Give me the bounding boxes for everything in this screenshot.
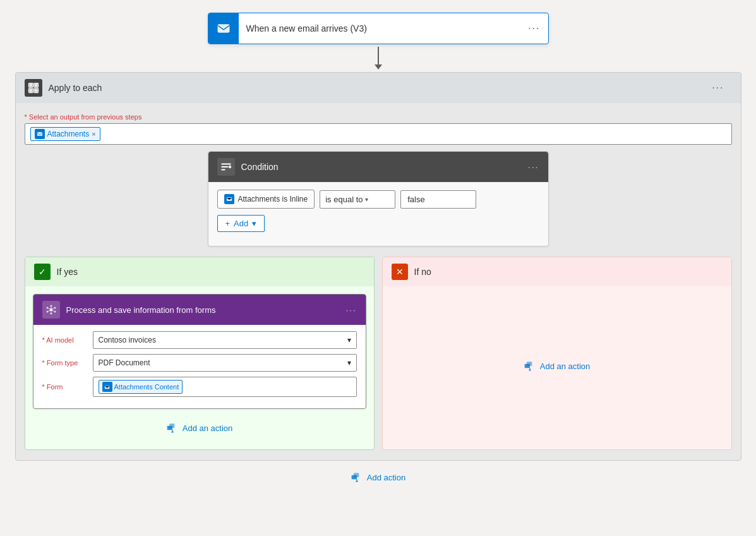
- ai-model-row: * AI model Contoso invoices ▾: [42, 331, 357, 349]
- svg-point-15: [54, 311, 56, 313]
- add-action-yes-button[interactable]: Add an action: [25, 417, 374, 439]
- add-condition-row: + Add ▾: [217, 215, 539, 232]
- process-icon: [42, 301, 60, 319]
- operator-label: is equal to: [325, 195, 363, 204]
- branch-no: ✕ If no: [382, 257, 732, 450]
- branch-yes: ✓ If yes: [25, 257, 375, 450]
- form-type-value: PDF Document: [99, 358, 150, 367]
- process-title: Process and save information from forms: [66, 305, 346, 315]
- select-output-area: * Select an output from previous steps A…: [16, 111, 741, 151]
- form-type-row: * Form type PDF Document ▾: [42, 354, 357, 372]
- condition-field-icon: [224, 194, 234, 204]
- attachments-tag[interactable]: Attachments ×: [30, 127, 100, 141]
- ai-model-value: Contoso invoices: [99, 336, 156, 344]
- loop-icon: [27, 82, 40, 94]
- arrow-connector: [375, 47, 382, 70]
- add-action-bottom-label: Add action: [367, 473, 405, 482]
- add-action-yes-label: Add an action: [183, 423, 233, 433]
- add-action-no-label: Add an action: [540, 362, 591, 371]
- branches-row: ✓ If yes: [16, 252, 741, 450]
- svg-rect-0: [217, 25, 229, 33]
- apply-each-icon: [25, 79, 42, 97]
- condition-field[interactable]: Attachments is Inline: [217, 190, 315, 209]
- ai-model-chevron: ▾: [347, 336, 351, 344]
- condition-wrapper: Condition ··· Attachments is Inl: [16, 151, 741, 247]
- condition-icon: [217, 158, 235, 176]
- apply-each-header: Apply to each ···: [16, 73, 741, 103]
- add-action-bottom-button[interactable]: Add action: [351, 471, 405, 484]
- form-type-label: * Form type: [42, 359, 93, 367]
- condition-title: Condition: [241, 162, 528, 172]
- form-row: * Form Attachments Conte: [42, 377, 357, 397]
- process-body: * AI model Contoso invoices ▾ * Form typ…: [33, 325, 366, 408]
- svg-point-7: [228, 166, 231, 169]
- branch-yes-icon: ✓: [34, 264, 51, 280]
- condition-more-button[interactable]: ···: [528, 162, 539, 172]
- svg-line-20: [48, 310, 49, 311]
- ai-model-label: * AI model: [42, 336, 93, 344]
- process-more-button[interactable]: ···: [346, 305, 357, 315]
- svg-point-12: [46, 307, 48, 309]
- tag-close-button[interactable]: ×: [92, 130, 95, 138]
- svg-line-19: [52, 310, 53, 311]
- tag-label: Attachments: [47, 130, 90, 138]
- email-icon: [217, 21, 231, 35]
- trigger-title: When a new email arrives (V3): [239, 23, 521, 34]
- svg-point-11: [50, 313, 52, 315]
- branch-no-title: If no: [414, 267, 431, 277]
- condition-body: Attachments is Inline is equal to ▾ fals…: [208, 182, 548, 246]
- svg-point-13: [54, 307, 56, 309]
- add-action-no-button[interactable]: Add an action: [524, 355, 591, 377]
- branch-no-header: ✕ If no: [383, 257, 731, 286]
- svg-rect-24: [169, 423, 174, 428]
- svg-rect-28: [527, 362, 532, 366]
- plus-icon: +: [225, 219, 231, 228]
- process-card: Process and save information from forms …: [33, 294, 366, 409]
- form-tag-icon: [102, 382, 112, 392]
- condition-card: Condition ··· Attachments is Inl: [208, 151, 549, 247]
- form-type-chevron: ▾: [347, 358, 351, 367]
- trigger-icon: [208, 13, 239, 44]
- form-tag-label: Attachments Content: [114, 383, 179, 391]
- form-label: * Form: [42, 383, 93, 391]
- branch-no-icon: ✕: [392, 264, 408, 280]
- apply-each-more-button[interactable]: ···: [704, 82, 731, 94]
- ai-model-select[interactable]: Contoso invoices ▾: [93, 331, 357, 349]
- add-action-bottom-icon: [351, 471, 363, 484]
- condition-header: Condition ···: [208, 152, 548, 182]
- trigger-more-button[interactable]: ···: [520, 23, 548, 34]
- apply-each-title: Apply to each: [49, 83, 705, 93]
- condition-value-input[interactable]: false: [400, 190, 476, 209]
- branch-yes-header: ✓ If yes: [25, 257, 374, 286]
- trigger-card: When a new email arrives (V3) ···: [208, 13, 549, 44]
- select-output-label: * Select an output from previous steps: [25, 113, 732, 121]
- svg-point-10: [50, 305, 52, 307]
- tag-outlook-icon: [35, 129, 45, 139]
- condition-row: Attachments is Inline is equal to ▾ fals…: [217, 190, 539, 209]
- apply-each-container: Apply to each ··· * Select an output fro…: [15, 72, 741, 461]
- attachments-content-tag[interactable]: Attachments Content: [99, 380, 183, 394]
- svg-point-14: [46, 311, 48, 313]
- svg-line-18: [48, 308, 49, 309]
- process-header: Process and save information from forms …: [33, 295, 366, 325]
- form-type-select[interactable]: PDF Document ▾: [93, 354, 357, 372]
- condition-field-label: Attachments is Inline: [238, 195, 308, 204]
- operator-chevron: ▾: [365, 196, 368, 203]
- form-tag-input[interactable]: Attachments Content: [93, 377, 357, 397]
- condition-operator-select[interactable]: is equal to ▾: [320, 190, 395, 209]
- svg-line-21: [52, 308, 53, 309]
- add-action-yes-icon: [166, 422, 179, 434]
- add-chevron: ▾: [252, 219, 256, 228]
- add-condition-button[interactable]: + Add ▾: [217, 215, 265, 232]
- add-label: Add: [234, 219, 248, 228]
- output-tag-input[interactable]: Attachments ×: [25, 123, 732, 145]
- svg-rect-32: [354, 473, 359, 477]
- branch-yes-title: If yes: [57, 267, 78, 277]
- svg-point-9: [49, 308, 52, 312]
- add-action-no-icon: [524, 360, 536, 372]
